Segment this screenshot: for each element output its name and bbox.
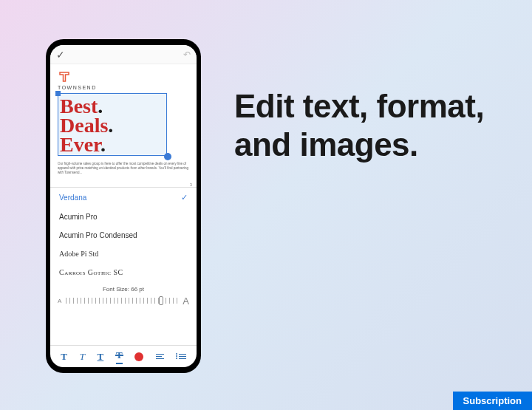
brand-name: TOWNSEND xyxy=(58,85,97,90)
font-option-verdana[interactable]: Verdana ✓ xyxy=(50,188,197,208)
subscription-badge: Subscription xyxy=(453,392,532,410)
slider-max-label: A xyxy=(183,295,189,307)
body-paragraph: Our high-volume sales group is here to o… xyxy=(58,162,189,175)
app-top-bar: ✓ ↶ xyxy=(50,45,197,64)
font-option-acumin-pro[interactable]: Acumin Pro xyxy=(50,208,197,226)
font-button[interactable]: T xyxy=(116,349,123,364)
align-button[interactable] xyxy=(156,354,164,360)
phone-mockup: ✓ ↶ TOWNSEND Best. Deals. Ever. Our high… xyxy=(46,39,201,373)
format-toolbar: T T T T xyxy=(50,345,197,367)
font-size-slider[interactable] xyxy=(66,295,178,306)
font-option-carrois[interactable]: Carrois Gothic SC xyxy=(50,263,197,281)
document-area: TOWNSEND Best. Deals. Ever. Our high-vol… xyxy=(50,64,197,180)
phone-screen: ✓ ↶ TOWNSEND Best. Deals. Ever. Our high… xyxy=(50,45,197,367)
selection-handle-tl[interactable] xyxy=(55,91,61,96)
selected-text[interactable]: Best. Deals. Ever. xyxy=(60,97,165,154)
font-option-adobe-pi[interactable]: Adobe Pi Std xyxy=(50,245,197,263)
slider-thumb[interactable] xyxy=(159,296,163,305)
underline-button[interactable]: T xyxy=(98,351,104,363)
townsend-logo-icon xyxy=(58,70,71,83)
italic-button[interactable]: T xyxy=(80,351,85,363)
check-icon: ✓ xyxy=(181,193,188,202)
confirm-icon[interactable]: ✓ xyxy=(56,49,65,61)
text-selection-box[interactable]: Best. Deals. Ever. xyxy=(58,93,167,156)
font-size-slider-row: A A xyxy=(50,295,197,311)
font-option-acumin-condensed[interactable]: Acumin Pro Condensed xyxy=(50,226,197,245)
bold-button[interactable]: T xyxy=(61,351,67,363)
color-button[interactable] xyxy=(134,352,143,361)
undo-icon[interactable]: ↶ xyxy=(183,49,191,60)
font-picker-list: Verdana ✓ Acumin Pro Acumin Pro Condense… xyxy=(50,187,197,281)
brand-logo: TOWNSEND xyxy=(58,70,189,90)
list-button[interactable] xyxy=(177,354,186,360)
marketing-headline: Edit text, format, and images. xyxy=(234,87,532,164)
selection-handle-br[interactable] xyxy=(164,153,171,160)
font-size-label: Font Size: 66 pt xyxy=(50,281,197,295)
slider-min-label: A xyxy=(58,298,61,304)
